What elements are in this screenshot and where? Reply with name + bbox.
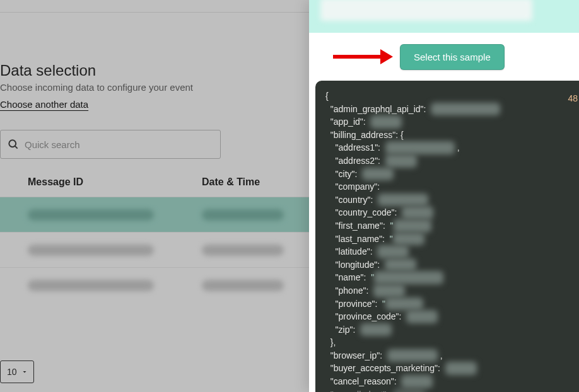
json-line: "country": [325,193,573,207]
json-line: "city": [325,168,573,181]
row-id-redacted [28,280,154,291]
choose-another-data-link[interactable]: Choose another data [0,99,88,110]
table-header: Message ID Date & Time [0,176,309,197]
json-line: "first_name": " [325,219,573,233]
table-row[interactable] [0,197,309,232]
json-line: "country_code": [325,206,573,219]
table-row[interactable] [0,267,309,303]
preview-header-redacted [320,0,532,21]
json-line: "address2": [325,154,573,168]
json-line: "buyer_accepts_marketing": [325,362,573,375]
search-icon [7,138,20,151]
json-line: "zip": [325,323,573,337]
search-input-wrap[interactable] [0,130,221,159]
row-date-redacted [202,280,284,291]
json-line: "browser_ip": , [325,349,573,362]
column-date-time: Date & Time [202,176,309,188]
row-id-redacted [28,209,154,221]
table-row[interactable] [0,232,309,267]
row-date-redacted [202,245,284,256]
json-line: "name": " [325,271,573,284]
json-line: }, [325,336,573,349]
json-line: "app_id": [325,115,573,129]
row-date-redacted [202,209,284,221]
top-divider [0,0,309,13]
preview-header [309,0,579,33]
json-line: "company": [325,180,573,193]
page-size-select[interactable]: 10 [0,360,34,383]
json-line: "province_code": [325,310,573,323]
json-preview[interactable]: 48 { "admin_graphql_api_id": "app_id": "… [315,81,579,392]
sample-preview-panel: Select this sample 48 { "admin_graphql_a… [309,0,579,392]
json-line: "cancel_reason": [325,375,573,388]
chevron-down-icon [21,368,28,376]
row-id-redacted [28,245,154,256]
pagination-footer: 10 [0,360,34,383]
json-line: "address1": , [325,141,573,154]
json-line: { [325,89,573,103]
page-title: Data selection [0,62,309,79]
json-line-number-fragment: 48 [568,92,578,105]
json-line: "cancelled_at": [325,388,573,392]
json-line: "latitude": [325,245,573,258]
json-line: "province": " [325,297,573,311]
json-line: "last_name": " [325,233,573,246]
select-sample-button[interactable]: Select this sample [400,44,505,70]
svg-point-0 [9,140,16,147]
json-line: "longitude": [325,258,573,272]
json-line: "billing_address": { [325,129,573,142]
json-line: "admin_graphql_api_id": [325,103,573,116]
left-panel: Data selection Choose incoming data to c… [0,0,309,392]
svg-line-1 [15,146,18,149]
json-line: "phone": [325,284,573,297]
page-subtitle: Choose incoming data to configure your e… [0,82,309,93]
page-size-value: 10 [7,367,17,377]
search-input[interactable] [25,139,214,150]
action-row: Select this sample [309,33,579,81]
annotation-arrow-icon [333,46,393,67]
content-area: Data selection Choose incoming data to c… [0,62,309,303]
column-message-id: Message ID [28,176,202,188]
